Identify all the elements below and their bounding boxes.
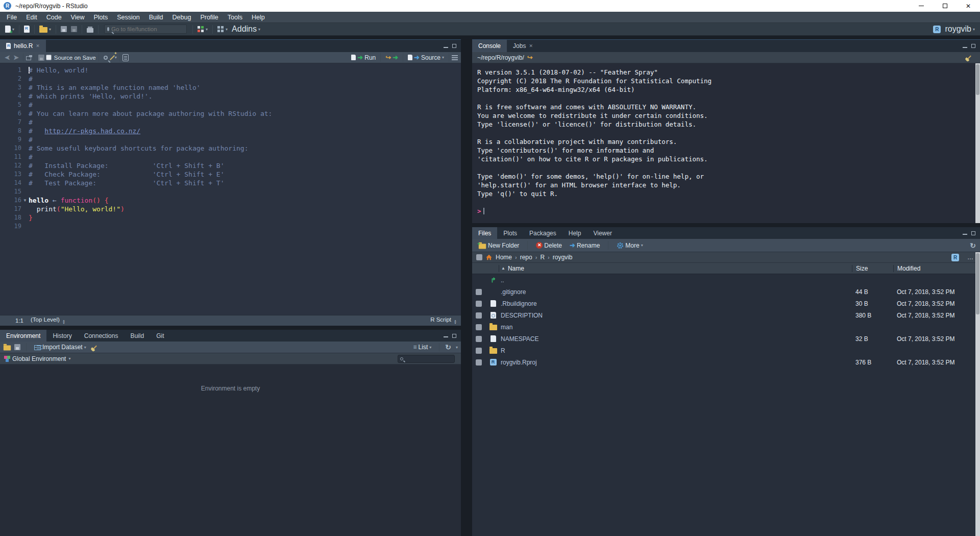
goto-file-search[interactable] bbox=[104, 25, 187, 34]
file-name[interactable]: .gitignore bbox=[501, 288, 852, 296]
file-name[interactable]: roygvib.Rproj bbox=[501, 359, 852, 366]
load-workspace-icon[interactable] bbox=[4, 346, 11, 351]
clear-environment-icon[interactable] bbox=[93, 345, 97, 349]
table-row[interactable]: ↰.. bbox=[472, 274, 980, 286]
breadcrumb-repo[interactable]: repo bbox=[520, 254, 532, 261]
tab-files-packages[interactable]: Packages bbox=[523, 227, 562, 239]
addins-button[interactable]: Addins▾ bbox=[230, 23, 262, 35]
table-row[interactable]: R bbox=[472, 345, 980, 356]
fold-arrow-icon[interactable]: ▼ bbox=[21, 196, 29, 205]
goto-file-input[interactable] bbox=[111, 26, 190, 32]
row-checkbox[interactable] bbox=[476, 336, 482, 342]
tab-files-help[interactable]: Help bbox=[562, 227, 587, 239]
column-header-modified[interactable]: Modified bbox=[893, 265, 980, 272]
rproj-badge-icon[interactable]: R bbox=[951, 254, 959, 261]
row-checkbox[interactable] bbox=[476, 289, 482, 295]
minimize-pane-icon[interactable] bbox=[444, 47, 448, 48]
menu-session[interactable]: Session bbox=[112, 12, 144, 23]
row-checkbox[interactable] bbox=[476, 324, 482, 330]
environment-search-input[interactable] bbox=[405, 356, 452, 362]
breadcrumb-roygvib[interactable]: roygvib bbox=[553, 254, 573, 261]
open-file-button[interactable]: ▾ bbox=[37, 23, 53, 35]
menu-help[interactable]: Help bbox=[247, 12, 270, 23]
tab-hello-r[interactable]: hello.R ✕ bbox=[0, 40, 46, 52]
menu-view[interactable]: View bbox=[66, 12, 89, 23]
new-project-button[interactable] bbox=[22, 23, 32, 35]
minimize-button[interactable] bbox=[910, 0, 933, 12]
go-to-directory-button[interactable]: … bbox=[967, 254, 974, 261]
file-name[interactable]: man bbox=[501, 324, 852, 331]
column-header-name[interactable]: ▲ Name bbox=[499, 265, 852, 272]
rename-button[interactable]: ➜ Rename bbox=[568, 240, 602, 251]
code-tools-icon[interactable] bbox=[110, 55, 115, 60]
close-tab-icon[interactable]: ✕ bbox=[529, 43, 533, 48]
tab-files-viewer[interactable]: Viewer bbox=[587, 227, 618, 239]
new-file-button[interactable]: ▾ bbox=[3, 23, 16, 35]
save-button[interactable] bbox=[59, 23, 69, 35]
tab-env-build[interactable]: Build bbox=[124, 330, 150, 342]
pane-layout-button[interactable]: ▾ bbox=[195, 23, 210, 35]
file-type-selector[interactable]: R Script▲▼ bbox=[430, 316, 457, 325]
menu-file[interactable]: File bbox=[2, 12, 21, 23]
row-checkbox[interactable] bbox=[476, 312, 482, 319]
save-all-button[interactable] bbox=[69, 23, 79, 35]
redirect-arrow-icon[interactable]: ↪ bbox=[527, 54, 533, 61]
row-checkbox[interactable] bbox=[476, 359, 482, 366]
file-name[interactable]: .. bbox=[501, 277, 852, 284]
console-scrollbar[interactable] bbox=[975, 63, 980, 223]
table-row[interactable]: .Rbuildignore30 BOct 7, 2018, 3:52 PM bbox=[472, 298, 980, 309]
menu-code[interactable]: Code bbox=[42, 12, 66, 23]
minimize-pane-icon[interactable] bbox=[963, 234, 967, 235]
rerun-button[interactable]: ↪ ➜ bbox=[383, 52, 400, 63]
table-row[interactable]: .gitignore44 BOct 7, 2018, 3:52 PM bbox=[472, 286, 980, 298]
tab-files-plots[interactable]: Plots bbox=[497, 227, 523, 239]
find-replace-icon[interactable] bbox=[104, 56, 108, 60]
scope-selector[interactable]: (Top Level)▲▼ bbox=[31, 316, 65, 325]
select-all-checkbox[interactable] bbox=[476, 254, 482, 260]
source-on-save-toggle[interactable]: Source on Save bbox=[46, 55, 96, 61]
table-row[interactable]: man bbox=[472, 321, 980, 333]
close-tab-icon[interactable]: ✕ bbox=[36, 43, 40, 48]
file-name[interactable]: R bbox=[501, 347, 852, 354]
menu-tools[interactable]: Tools bbox=[223, 12, 247, 23]
project-menu-button[interactable]: R roygvib ▾ bbox=[931, 23, 977, 35]
column-header-size[interactable]: Size bbox=[852, 265, 893, 272]
code-editor[interactable]: 1# Hello, world!2#3# This is an example … bbox=[0, 63, 461, 315]
tab-console-jobs[interactable]: Jobs✕ bbox=[507, 40, 539, 52]
refresh-icon[interactable]: ↻ bbox=[970, 242, 976, 249]
popout-icon[interactable] bbox=[26, 56, 31, 60]
row-checkbox[interactable] bbox=[476, 348, 482, 354]
source-button[interactable]: ➜ Source ▾ bbox=[406, 52, 446, 63]
tab-console-console[interactable]: Console bbox=[472, 40, 507, 52]
more-button[interactable]: More ▾ bbox=[615, 240, 645, 251]
source-on-save-checkbox[interactable] bbox=[46, 55, 52, 60]
menu-build[interactable]: Build bbox=[144, 12, 168, 23]
menu-debug[interactable]: Debug bbox=[168, 12, 196, 23]
minimize-pane-icon[interactable] bbox=[963, 47, 967, 48]
file-name[interactable]: NAMESPACE bbox=[501, 335, 852, 343]
tab-env-git[interactable]: Git bbox=[150, 330, 170, 342]
restore-button[interactable] bbox=[933, 0, 957, 12]
menu-profile[interactable]: Profile bbox=[195, 12, 223, 23]
file-name[interactable]: DESCRIPTION bbox=[501, 312, 852, 319]
breadcrumb-home[interactable]: Home bbox=[496, 254, 512, 261]
tab-env-history[interactable]: History bbox=[46, 330, 78, 342]
compile-report-icon[interactable] bbox=[122, 54, 129, 61]
row-checkbox[interactable] bbox=[476, 301, 482, 307]
list-view-button[interactable]: ≡ List ▾ bbox=[411, 342, 434, 353]
scrollbar-thumb[interactable] bbox=[976, 64, 979, 95]
environment-scope-label[interactable]: Global Environment bbox=[12, 355, 66, 362]
maximize-pane-icon[interactable] bbox=[452, 334, 456, 338]
clear-console-icon[interactable] bbox=[967, 56, 971, 60]
file-name[interactable]: .Rbuildignore bbox=[501, 300, 852, 307]
table-row[interactable]: DESCRIPTION380 BOct 7, 2018, 3:52 PM bbox=[472, 309, 980, 321]
maximize-pane-icon[interactable] bbox=[971, 231, 975, 235]
save-workspace-icon[interactable] bbox=[14, 344, 20, 350]
breadcrumb-r[interactable]: R bbox=[540, 254, 545, 261]
home-icon[interactable] bbox=[485, 254, 493, 261]
minimize-pane-icon[interactable] bbox=[444, 336, 448, 337]
save-icon[interactable] bbox=[38, 55, 44, 61]
tab-env-connections[interactable]: Connections bbox=[78, 330, 125, 342]
back-icon[interactable]: ➤ bbox=[5, 54, 10, 61]
run-button[interactable]: ➜ Run bbox=[349, 52, 378, 63]
